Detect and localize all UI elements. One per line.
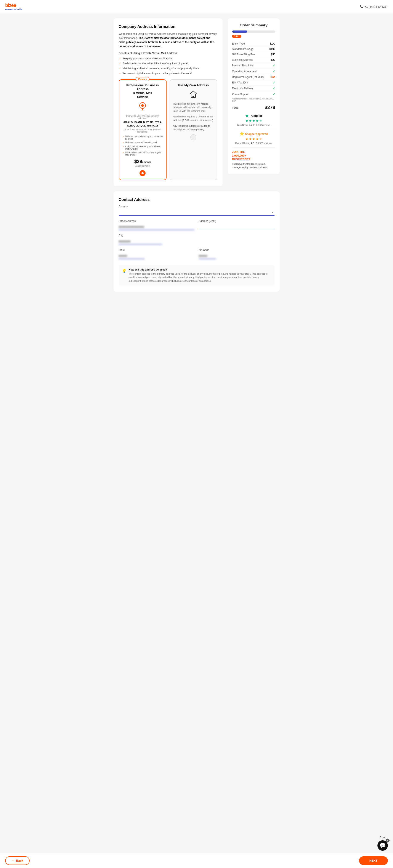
card-check-icon-4: ✓ — [122, 152, 124, 154]
shopper-star-3: ★ — [252, 137, 255, 141]
cancel-note: Cancel anytime. — [122, 165, 163, 167]
progress-badge: 35% — [232, 35, 241, 38]
privacy-badge: Privacy — [135, 77, 149, 81]
principal-address: 8206 LOUISIANA BLVD NE, STE AALBUQUERQUE… — [122, 120, 163, 128]
order-total: Total $278 — [232, 105, 275, 110]
benefits-list: ✓ Keeping your personal address confiden… — [119, 57, 217, 75]
address-cont-input[interactable] — [199, 224, 274, 230]
info-title: How will this address be used? — [129, 268, 271, 271]
header: bizee powered by incfile 📞 +1 (844) 830-… — [0, 0, 393, 13]
order-line-business-address: Business Address $29 — [232, 57, 275, 63]
shopper-section: ⭐ ShopperApproved ★ ★ ★ ★ ★ Overall Rati… — [232, 129, 275, 145]
intro-text: We recommend using our Virtual Address s… — [119, 32, 217, 49]
city-label: City — [119, 234, 274, 237]
card-check-icon-2: ✓ — [122, 142, 124, 144]
total-label: Total — [232, 106, 239, 109]
order-line-phone: Phone Support ✓ — [232, 91, 275, 97]
two-col-layout: Company Address Information We recommend… — [114, 19, 280, 186]
card-check-icon-3: ✓ — [122, 146, 124, 148]
order-line-registered-agent: Registered Agent (1st Year) Free — [232, 74, 275, 80]
trustpilot-section: ★ Trustpilot ★ ★ ★ ★ ★ TrustScore 4.7 | … — [232, 114, 275, 126]
country-row: Country United States ▾ — [119, 205, 274, 216]
professional-card-title: Professional Business Address& Virtual M… — [122, 83, 163, 99]
shopper-star-1: ★ — [245, 137, 248, 141]
shopper-score: Overall Rating 4.8 | 99,939 reviews — [232, 142, 275, 145]
card-benefit-3: ✓ A physical address for your business (… — [122, 145, 163, 150]
option-card-professional[interactable]: Privacy Professional Business Address& V… — [119, 80, 167, 180]
own-address-card-title: Use My Own Address — [173, 83, 214, 87]
suite-note: (Suite # will be assigned after the orde… — [122, 128, 163, 133]
state-row: State — [119, 248, 194, 259]
address-cont-label: Address (Cont) — [199, 219, 274, 222]
own-address-radio[interactable] — [190, 134, 196, 140]
country-label: Country — [119, 205, 274, 208]
availability-note: Available Monday - Friday From 9 A.M. To… — [232, 98, 275, 102]
logo-area: bizee powered by incfile — [5, 3, 22, 10]
street-row: Street Address Address (Cont) — [119, 219, 274, 234]
check-icon-4: ✓ — [119, 72, 121, 75]
order-lines: Entity Type LLC Standard Package $199 NM… — [232, 41, 275, 97]
professional-radio-selected[interactable] — [140, 170, 146, 176]
shopper-star-2: ★ — [249, 137, 252, 141]
trustpilot-star-icon: ★ — [245, 114, 248, 118]
check-icon-3: ✓ — [119, 67, 121, 70]
phone-icon: 📞 — [360, 5, 363, 8]
trust-star-4: ★ — [256, 119, 259, 123]
benefit-item-2: ✓ Real-time text and email notification … — [119, 62, 217, 65]
country-select[interactable]: United States — [119, 209, 274, 216]
own-address-text-2: New Mexico requires a physical street ad… — [173, 115, 214, 122]
order-line-entity: Entity Type LLC — [232, 41, 275, 46]
card-benefit-1: ✓ Maintain privacy by using a commercial… — [122, 135, 163, 140]
phone-number: +1 (844) 830-8267 — [365, 5, 388, 8]
order-summary-panel: Order Summary 35% Entity Type LLC Standa… — [228, 19, 280, 174]
left-panel: Company Address Information We recommend… — [114, 19, 222, 186]
progress-bar — [232, 30, 275, 33]
check-icon-2: ✓ — [119, 62, 121, 65]
city-row: City — [119, 234, 274, 245]
professional-price: $29/ month — [122, 159, 163, 164]
address-info-text: How will this address be used? The conta… — [129, 268, 271, 283]
phone-link[interactable]: 📞 +1 (844) 830-8267 — [360, 5, 388, 8]
shopper-brand: ⭐ ShopperApproved — [232, 131, 275, 136]
address-options: Privacy Professional Business Address& V… — [119, 80, 217, 180]
city-input[interactable] — [119, 238, 162, 245]
street-input[interactable] — [119, 224, 194, 230]
zip-row: Zip Code — [199, 248, 274, 259]
shopper-star-5: ★ — [259, 137, 262, 141]
join-title: JOIN THE 1,000,000+ BUSINESSES — [232, 150, 275, 161]
bizee-logo: bizee — [5, 3, 22, 8]
order-summary-title: Order Summary — [232, 23, 275, 28]
order-line-ein: EIN / Tax ID # ✓ — [232, 80, 275, 86]
section-title: Company Address Information — [119, 25, 217, 29]
trustpilot-stars: ★ ★ ★ ★ ★ — [232, 119, 275, 123]
benefit-item-3: ✓ Maintaining a physical presence, even … — [119, 67, 217, 70]
country-select-wrapper: United States ▾ — [119, 209, 274, 216]
street-address-row: Street Address — [119, 219, 194, 230]
radio-inner — [142, 172, 144, 174]
state-input[interactable] — [119, 253, 145, 259]
info-body: The contact address is the primary addre… — [129, 272, 271, 283]
total-value: $278 — [265, 105, 275, 110]
own-address-text-3: Any residential address provided to the … — [173, 124, 214, 131]
lightbulb-icon: 💡 — [122, 269, 126, 273]
order-line-package: Standard Package $199 — [232, 46, 275, 52]
page-container: Company Address Information We recommend… — [110, 13, 283, 309]
trust-star-2: ★ — [249, 119, 252, 123]
contact-section-title: Contact Address — [119, 197, 274, 202]
trustpilot-score: TrustScore 4.7 | 19,032 reviews — [232, 124, 275, 126]
shopper-stars: ★ ★ ★ ★ ★ — [232, 137, 275, 141]
address-cont-row: Address (Cont) — [199, 219, 274, 230]
location-pin-icon — [122, 102, 163, 113]
logo-powered: powered by incfile — [5, 8, 22, 10]
state-zip-row: State Zip Code — [119, 248, 274, 263]
join-section: JOIN THE 1,000,000+ BUSINESSES That have… — [232, 148, 275, 169]
svg-point-2 — [141, 104, 144, 107]
option-card-own-address[interactable]: Use My Own Address I will provide my own… — [170, 80, 217, 180]
card-check-icon-1: ✓ — [122, 135, 124, 138]
card-benefit-4: ✓ Instant alerts with 24/7 access to you… — [122, 151, 163, 156]
benefit-item-1: ✓ Keeping your personal address confiden… — [119, 57, 217, 60]
svg-rect-5 — [192, 96, 194, 97]
zip-input[interactable] — [199, 253, 216, 259]
own-address-text-1: I will provide my own New Mexico busines… — [173, 102, 214, 113]
home-icon — [173, 90, 214, 100]
